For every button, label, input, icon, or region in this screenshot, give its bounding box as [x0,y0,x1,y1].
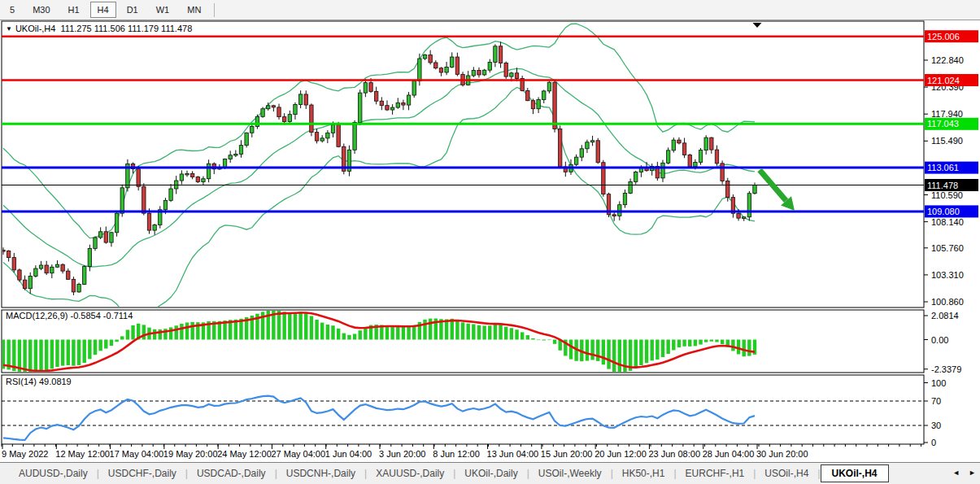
candle-up [629,181,632,193]
candle-up [34,268,37,276]
candle-down [721,164,724,181]
macd-bar [634,340,638,368]
macd-bar [672,340,675,351]
timeframe-button-H1[interactable]: H1 [61,2,87,18]
candle-up [364,83,367,94]
candle-up [110,233,113,242]
timeframe-button-W1[interactable]: W1 [149,2,177,18]
timeframe-button-5[interactable]: 5 [2,2,22,18]
price-chart-canvas[interactable]: 122.840120.390117.940115.490110.590108.1… [0,20,980,462]
candle-up [634,172,638,182]
chart-tab-ukoil-h4[interactable]: UKOil-,H4 [821,464,889,482]
candle-up [412,81,416,95]
chart-tab-usdcad-daily[interactable]: USDCAD-,Daily [188,464,275,482]
candle-up [445,67,448,72]
chart-tab-usdcnh-daily[interactable]: USDCNH-,Daily [277,464,364,482]
time-axis-label: 23 Jun 08:00 [648,449,700,459]
macd-bar [715,340,718,342]
timeframe-button-M30[interactable]: M30 [25,2,57,18]
candle-down [499,46,502,63]
macd-bar [98,340,102,351]
candle-down [277,107,281,117]
chevron-down-icon[interactable]: ▼ [6,25,12,33]
macd-bar [731,340,734,351]
chart-symbol-header: ▼UKOil-,H4 111.275 111.506 111.179 111.4… [6,24,192,33]
candle-down [196,177,199,181]
candle-down [310,105,313,133]
macd-bar [320,323,324,340]
timeframe-button-MN[interactable]: MN [180,2,208,18]
macd-bar [402,327,405,340]
macd-bar [115,340,118,342]
macd-bar [737,340,740,355]
chart-tab-usoil-h4[interactable]: USOil-,H4 [756,464,817,482]
candle-up [202,179,205,182]
candle-up [666,150,669,163]
candle-up [586,142,589,149]
macd-bar [602,340,605,365]
price-axis-label: 117.940 [931,109,963,119]
macd-bar [88,340,91,360]
macd-bar [451,319,454,340]
macd-bar [586,340,589,361]
chart-tab-audusd-daily[interactable]: AUDUSD-,Daily [10,464,97,482]
macd-bar [537,340,540,341]
price-axis-label: 100.860 [931,297,964,307]
chart-tab-eurchf-h1[interactable]: EURCHF-,H1 [677,464,754,482]
macd-bar [288,312,291,339]
candle-up [451,57,454,67]
macd-bar [666,340,669,354]
macd-bar [390,326,394,339]
price-axis-label: 105.760 [931,243,964,253]
macd-bar [326,325,329,339]
chart-tab-ukoil-daily[interactable]: UKOil-,Daily [455,464,526,482]
candle-up [326,133,329,138]
macd-axis-label: 0.00 [931,335,948,345]
time-axis-label: 9 May 2022 [2,449,48,459]
chart-tab-usdchf-daily[interactable]: USDCHF-,Daily [99,464,185,482]
macd-bar [110,340,113,347]
price-axis-label: 110.590 [931,190,963,200]
rsi-panel-border [2,375,924,444]
candle-up [661,163,664,178]
macd-bar [526,335,529,339]
macd-bar [499,325,502,339]
candle-down [137,169,140,187]
candle-up [694,162,697,166]
chart-window: 122.840120.390117.940115.490110.590108.1… [0,20,980,462]
candle-up [407,95,410,105]
candle-down [688,155,691,167]
candle-down [439,68,442,72]
macd-indicator-header: MACD(12,26,9) -0.5854 -0.7114 [6,311,133,320]
rsi-axis-label: 30 [931,421,941,430]
macd-bar [504,327,507,340]
macd-bar [169,327,172,339]
candle-up [298,94,302,105]
macd-bar [650,340,653,361]
tab-scroll-right-icon[interactable]: ► [969,469,976,477]
macd-bar [682,340,686,347]
chart-tab-usoil-weekly[interactable]: USOil-,Weekly [529,464,611,482]
macd-bar [520,332,524,339]
timeframe-button-D1[interactable]: D1 [120,2,146,18]
time-axis-label: 13 Jun 04:00 [487,449,539,459]
chart-tab-xauusd-daily[interactable]: XAUUSD-,Daily [367,464,453,482]
current-price-badge-label: 111.478 [927,181,958,190]
level-badge-label: 109.080 [927,207,960,216]
candle-down [558,129,561,167]
timeframe-button-H4[interactable]: H4 [90,2,116,18]
macd-bar [721,340,724,345]
macd-bar [331,325,334,339]
time-axis-label: 24 May 12:00 [217,449,272,459]
main-panel-border [2,21,924,307]
candle-up [207,164,210,178]
macd-bar [482,325,486,339]
chart-tab-hk50-h1[interactable]: HK50-,H1 [613,464,674,482]
macd-bar [623,340,626,373]
candle-up [488,63,491,71]
candle-up [542,91,546,100]
macd-bar [704,340,708,342]
candle-down [7,251,10,257]
tab-scroll-left-icon[interactable]: ◄ [952,469,960,477]
macd-bar [747,340,751,356]
